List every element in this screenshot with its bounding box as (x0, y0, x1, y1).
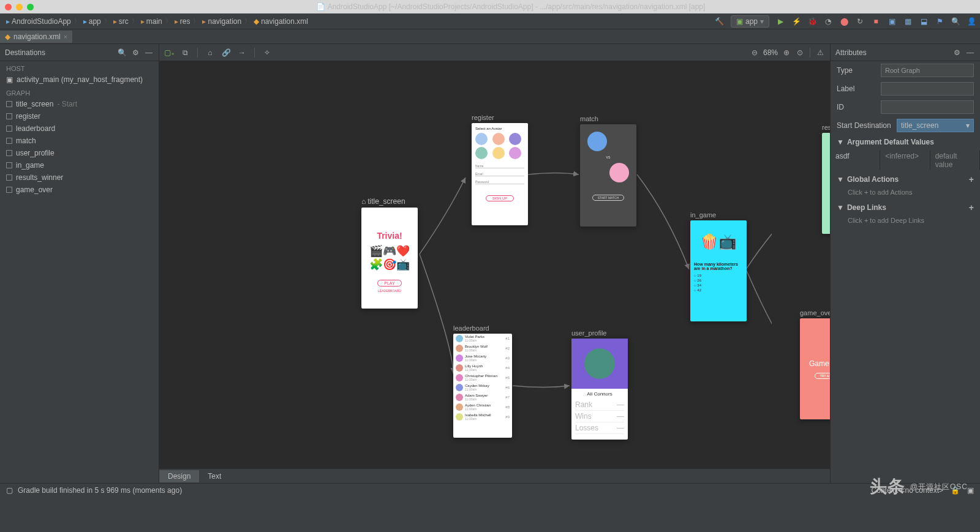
attributes-panel: Attributes ⚙ — Type Label ID Start Desti… (830, 44, 980, 483)
close-window-icon[interactable] (5, 4, 12, 10)
activity-icon: ▣ (6, 75, 13, 84)
breadcrumb-item[interactable]: ▸navigation (200, 17, 244, 26)
flag-icon[interactable]: ⚑ (935, 17, 944, 26)
graph-item[interactable]: user_profile (0, 147, 159, 159)
nav-editor: ▢₊ ⧉ ⌂ 🔗 → ✧ ⊖ 68% ⊕ ⊙ ⚠ (159, 44, 830, 483)
zoom-in-icon[interactable]: ⊕ (782, 48, 791, 57)
gear-icon[interactable]: ⚙ (952, 48, 962, 58)
build-icon[interactable]: 🔨 (715, 17, 725, 26)
sync-icon[interactable]: ↻ (855, 17, 865, 26)
gear-icon[interactable]: ⚙ (130, 48, 140, 58)
node-leaderboard[interactable]: leaderboard Violet Parks11:00am#1Brookly… (453, 324, 512, 438)
panel-title: Destinations (5, 48, 45, 57)
node-results-winner[interactable]: results_winner Congratulations! 🏆 NEXT M… (822, 124, 830, 234)
search-icon[interactable]: 🔍 (951, 17, 960, 26)
graph-item[interactable]: leaderboard (0, 122, 159, 135)
minimize-window-icon[interactable] (16, 4, 23, 10)
panel-title: Attributes (835, 48, 867, 57)
profile-icon[interactable]: ◔ (823, 17, 833, 26)
deep-links-hint: Click + to add Deep Links (831, 215, 980, 228)
host-item[interactable]: ▣ activity_main (my_nav_host_fragment) (0, 73, 159, 86)
minimize-icon[interactable]: — (144, 48, 154, 58)
stop-icon[interactable]: ■ (871, 17, 881, 26)
nav-canvas[interactable]: ⌂title_screen Trivia! 🎬🎮❤️🧩🎯📺 PLAY LEADE… (159, 61, 830, 468)
arg-row[interactable]: asdf <inferred> default value (831, 149, 980, 171)
attr-startdest-label: Start Destination (837, 121, 892, 130)
global-actions-section[interactable]: ▼Global Actions+ (831, 171, 980, 187)
node-user-profile[interactable]: user_profile Ali Connors Rank—Wins—Losse… (571, 329, 628, 440)
project-structure-icon[interactable]: ⬓ (919, 17, 929, 26)
arrow-icon[interactable]: → (237, 48, 247, 57)
status-bar: ▢ Gradle build finished in 5 s 969 ms (m… (0, 483, 980, 496)
avatar-icon[interactable]: 👤 (967, 17, 976, 26)
node-title-screen[interactable]: ⌂title_screen Trivia! 🎬🎮❤️🧩🎯📺 PLAY LEADE… (361, 197, 418, 309)
node-match[interactable]: match vs START MATCH (580, 115, 636, 227)
graph-item[interactable]: title_screen- Start (0, 98, 159, 110)
global-actions-hint: Click + to add Actions (831, 187, 980, 200)
attr-id-input[interactable] (881, 100, 974, 114)
graph-item[interactable]: in_game (0, 159, 159, 171)
attach-debugger-icon[interactable]: ⬤ (839, 17, 849, 26)
breadcrumb-item[interactable]: ▸src (111, 17, 131, 26)
add-action-icon[interactable]: + (969, 174, 974, 184)
destinations-panel: Destinations 🔍 ⚙ — HOST ▣ activity_main … (0, 44, 159, 483)
host-section-label: HOST (0, 61, 159, 73)
add-deeplink-icon[interactable]: + (969, 203, 974, 212)
link-icon[interactable]: 🔗 (221, 48, 231, 57)
breadcrumb-item[interactable]: ▸res (172, 17, 193, 26)
breadcrumb-item[interactable]: ▸app (81, 17, 104, 26)
home-icon[interactable]: ⌂ (205, 48, 215, 57)
event-log-icon[interactable]: ▢ (6, 486, 13, 495)
attr-type-input[interactable] (881, 64, 974, 77)
close-tab-icon[interactable]: × (64, 33, 67, 40)
zoom-level: 68% (763, 48, 778, 57)
attr-label-label: Label (837, 84, 876, 93)
home-icon: ⌂ (361, 197, 366, 206)
editor-tab-navigation[interactable]: ◆ navigation.xml × (0, 31, 72, 43)
watermark: 头条 @开源社区OSC (870, 478, 968, 495)
macos-titlebar: 📄AndroidStudioApp [~/AndroidStudioProjec… (0, 0, 980, 13)
graph-item[interactable]: results_winner (0, 171, 159, 184)
navigation-bar: ▸AndroidStudioApp〉▸app〉▸src〉▸main〉▸res〉▸… (0, 13, 980, 29)
zoom-out-icon[interactable]: ⊖ (750, 48, 760, 57)
notifications-icon[interactable]: ▣ (967, 486, 974, 495)
graph-section-label: GRAPH (0, 86, 159, 98)
sdk-icon[interactable]: ▦ (903, 17, 913, 26)
tab-design[interactable]: Design (159, 470, 199, 482)
attr-type-label: Type (837, 66, 876, 75)
argument-values-section[interactable]: ▼Argument Default Values (831, 135, 980, 149)
deep-links-section[interactable]: ▼Deep Links+ (831, 200, 980, 215)
canvas-toolbar: ▢₊ ⧉ ⌂ 🔗 → ✧ ⊖ 68% ⊕ ⊙ ⚠ (159, 44, 830, 61)
apply-changes-icon[interactable]: ⚡ (791, 17, 801, 26)
search-icon[interactable]: 🔍 (117, 48, 127, 58)
run-icon[interactable]: ▶ (775, 17, 785, 26)
minimize-icon[interactable]: — (965, 48, 975, 58)
editor-mode-tabs: Design Text (159, 468, 830, 483)
graph-item[interactable]: match (0, 135, 159, 147)
breadcrumb-item[interactable]: ▸AndroidStudioApp (4, 17, 74, 26)
warnings-icon[interactable]: ⚠ (815, 48, 825, 57)
attr-startdest-select[interactable]: title_screen▾ (897, 119, 974, 132)
auto-arrange-icon[interactable]: ✧ (262, 48, 272, 57)
attr-label-input[interactable] (881, 82, 974, 96)
avd-icon[interactable]: ▣ (887, 17, 897, 26)
zoom-fit-icon[interactable]: ⊙ (795, 48, 805, 57)
window-title: 📄AndroidStudioApp [~/AndroidStudioProjec… (46, 2, 975, 11)
maximize-window-icon[interactable] (27, 4, 34, 10)
window-controls[interactable] (5, 4, 34, 10)
status-message: Gradle build finished in 5 s 969 ms (mom… (18, 486, 182, 495)
node-game-over[interactable]: game_over Game Over TRY AGAIN (800, 309, 830, 419)
graph-item[interactable]: game_over (0, 184, 159, 196)
attr-id-label: ID (837, 103, 876, 111)
editor-tabs: ◆ navigation.xml × (0, 29, 980, 44)
breadcrumb-item[interactable]: ▸main (138, 17, 165, 26)
graph-item[interactable]: register (0, 110, 159, 122)
run-config-selector[interactable]: ▣app▾ (731, 15, 769, 28)
debug-icon[interactable]: 🐞 (807, 17, 817, 26)
node-register[interactable]: register Select an Avatar Name Email Pas… (472, 114, 528, 225)
node-in-game[interactable]: in_game 🍿📺 How many kilometers are in a … (690, 211, 747, 321)
breadcrumb-item[interactable]: ◆navigation.xml (251, 17, 311, 26)
new-destination-icon[interactable]: ▢₊ (164, 48, 174, 57)
nested-graph-icon[interactable]: ⧉ (180, 48, 190, 57)
tab-text[interactable]: Text (199, 470, 230, 482)
